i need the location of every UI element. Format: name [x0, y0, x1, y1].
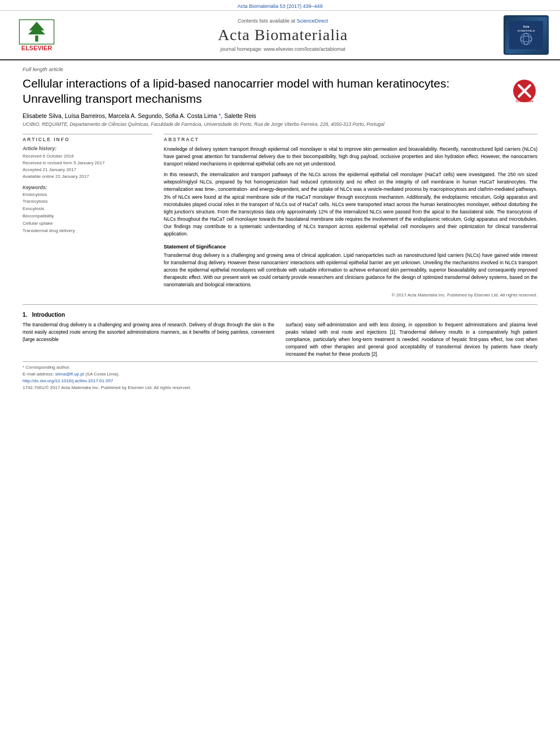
svg-rect-0	[35, 35, 38, 41]
journal-title-banner: Acta Biomaterialia	[73, 26, 492, 44]
introduction-title: 1. Introduction	[23, 312, 537, 318]
article-type: Full length article	[23, 66, 537, 72]
doi-url[interactable]: http://dx.doi.org/10.1016/j.actbio.2017.…	[23, 378, 113, 383]
footnote-area: * Corresponding author. E-mail address: …	[23, 361, 537, 391]
banner-center: Contents lists available at ScienceDirec…	[62, 18, 504, 52]
journal-banner: ELSEVIER Contents lists available at Sci…	[0, 11, 560, 60]
abstract-text: Knowledge of delivery system transport t…	[164, 146, 537, 238]
other-word: other	[321, 344, 332, 350]
abstract-column: ABSTRACT Knowledge of delivery system tr…	[164, 134, 537, 298]
title-row: Cellular interactions of a lipid-based n…	[23, 76, 537, 112]
elsevier-tree-icon	[17, 19, 56, 45]
article-title: Cellular interactions of a lipid-based n…	[23, 76, 512, 107]
available-date: Available online 22 January 2017	[23, 173, 152, 180]
main-content: Full length article Cellular interaction…	[0, 60, 560, 397]
significance-header: Statement of Significance	[164, 244, 537, 250]
doi-link: http://dx.doi.org/10.1016/j.actbio.2017.…	[23, 378, 537, 385]
revised-date: Received in revised form 5 January 2017	[23, 160, 152, 167]
keyword-transdermal-drug-delivery: Transdermal drug delivery	[23, 228, 152, 235]
copyright-text: © 2017 Acta Materialia Inc. Published by…	[164, 292, 537, 298]
abstract-paragraph-1: Knowledge of delivery system transport t…	[164, 146, 537, 168]
abstract-paragraph-2: In this research, the internalization an…	[164, 171, 537, 238]
svg-text:CrossMark: CrossMark	[515, 99, 533, 103]
article-history-label: Article history:	[23, 146, 152, 151]
email-footnote: E-mail address: slima@ff.up.pt (SA Costa…	[23, 371, 537, 378]
journal-homepage: journal homepage: www.elsevier.com/locat…	[73, 46, 492, 52]
abstract-header: ABSTRACT	[164, 134, 537, 142]
affiliation: UCIBIO, REQUIMTE, Departamento de Ciênci…	[23, 121, 537, 127]
article-info-column: ARTICLE INFO Article history: Received 6…	[23, 134, 152, 298]
keywords-label: Keywords:	[23, 185, 152, 190]
science-direct-link[interactable]: ScienceDirect	[297, 18, 329, 24]
journal-citation-header: Acta Biomaterialia 53 (2017) 439–449	[0, 0, 560, 11]
authors: Elisabete Silva, Luísa Barreiros, Marcel…	[23, 112, 537, 119]
keyword-biocompatibility: Biocompatibility	[23, 213, 152, 220]
keyword-transcytosis: Transcytosis	[23, 198, 152, 206]
received-date: Received 6 October 2016	[23, 153, 152, 160]
elsevier-logo-container: ELSEVIER	[11, 15, 62, 55]
acta-biomaterialia-logo-icon: Acta BIOMATERIALIA	[509, 21, 543, 49]
email-link[interactable]: slima@ff.up.pt	[55, 372, 84, 377]
introduction-columns: The transdermal drug delivery is a chall…	[23, 321, 537, 359]
science-direct-text: Contents lists available at ScienceDirec…	[73, 18, 492, 24]
keyword-exocytosis: Exocytosis	[23, 206, 152, 213]
page: Acta Biomaterialia 53 (2017) 439–449 ELS…	[0, 0, 560, 747]
elsevier-wordmark: ELSEVIER	[21, 45, 52, 51]
introduction-left-col: The transdermal drug delivery is a chall…	[23, 321, 274, 359]
crossmark-icon[interactable]: CrossMark	[512, 78, 537, 104]
svg-text:BIOMATERIALIA: BIOMATERIALIA	[518, 29, 535, 32]
corresponding-author-footnote: * Corresponding author.	[23, 364, 537, 371]
two-column-section: ARTICLE INFO Article history: Received 6…	[23, 134, 537, 298]
svg-text:Acta: Acta	[523, 25, 530, 28]
significance-text: Transdermal drug delivery is a challengi…	[164, 252, 537, 289]
accepted-date: Accepted 21 January 2017	[23, 167, 152, 173]
article-info-header: ARTICLE INFO	[23, 134, 152, 142]
corresponding-author-marker: *	[218, 112, 221, 119]
significance-paragraph: Transdermal drug delivery is a challengi…	[164, 252, 537, 289]
introduction-section: 1. Introduction The transdermal drug del…	[23, 312, 537, 359]
journal-right-logo: Acta BIOMATERIALIA	[504, 15, 549, 55]
journal-citation-text: Acta Biomaterialia 53 (2017) 439–449	[237, 3, 322, 9]
introduction-right-col: surface) easy self-administration and wi…	[286, 321, 537, 359]
section-divider	[23, 304, 537, 305]
issn-text: 1742-7061/© 2017 Acta Materialia Inc. Pu…	[23, 385, 537, 391]
keyword-endocytosis: Endocytosis	[23, 191, 152, 199]
keyword-cellular-uptake: Cellular uptake	[23, 220, 152, 228]
introduction-right-text: surface) easy self-administration and wi…	[286, 321, 537, 359]
